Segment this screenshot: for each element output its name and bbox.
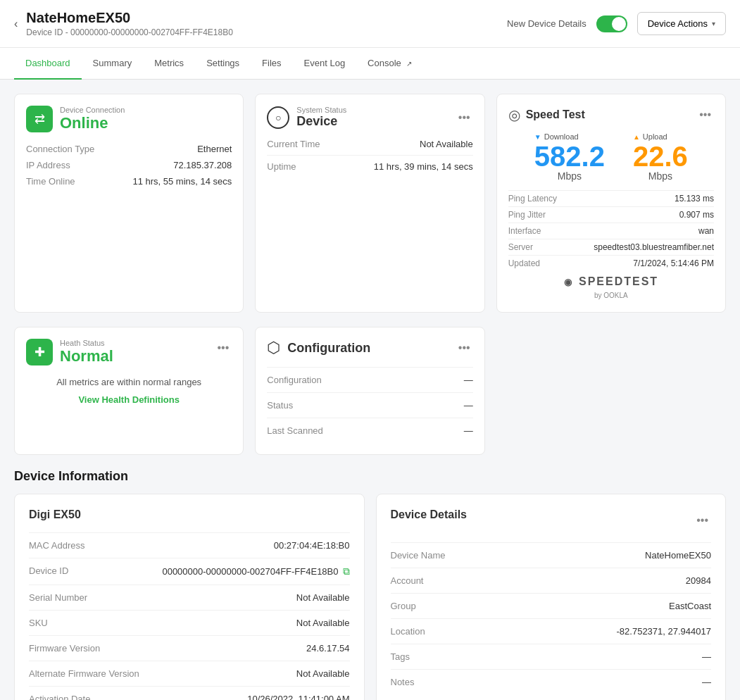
server-row: Server speedtest03.bluestreamfiber.net — [508, 239, 714, 252]
server-label: Server — [508, 242, 533, 252]
device-details-card: Device Details ••• Device Name NateHomeE… — [376, 494, 727, 700]
time-online-label: Time Online — [26, 176, 75, 187]
tags-field: Tags — — [391, 644, 712, 669]
conn-type-value: Ethernet — [197, 144, 232, 154]
view-health-definitions-link[interactable]: View Health Definitions — [26, 394, 232, 405]
device-information-title: Device Information — [14, 469, 726, 484]
conn-type-label: Connection Type — [26, 144, 94, 154]
sys-name: Device — [296, 114, 346, 129]
tab-event-log[interactable]: Event Log — [293, 48, 357, 80]
speedtest-ookla-text: by OOKLA — [594, 292, 628, 299]
activation-field: Activation Date 10/26/2022, 11:41:00 AM — [29, 686, 350, 700]
upload-arrow-icon: ▲ — [633, 133, 640, 141]
device-details-title: Device Details — [391, 508, 468, 521]
location-field: Location -82.752371, 27.944017 — [391, 618, 712, 644]
speed-title: Speed Test — [526, 108, 585, 121]
ping-jitter-label: Ping Jitter — [508, 210, 546, 220]
health-more-button[interactable]: ••• — [215, 339, 232, 357]
config-configuration-label: Configuration — [267, 375, 321, 385]
sys-header: ○ System Status Device ••• — [267, 106, 472, 129]
device-name-value: NateHomeEX50 — [645, 550, 711, 561]
time-online-row: Time Online 11 hrs, 55 mins, 14 secs — [26, 176, 232, 187]
device-connection-card: ⇄ Device Connection Online Connection Ty… — [14, 94, 244, 313]
firmware-value: 24.6.17.54 — [306, 643, 349, 654]
upload-label: Upload — [643, 132, 667, 141]
activation-value: 10/26/2022, 11:41:00 AM — [247, 694, 349, 700]
tab-dashboard[interactable]: Dashboard — [14, 48, 82, 80]
config-icon: ⬡ — [267, 339, 280, 357]
download-arrow-icon: ▼ — [534, 133, 541, 141]
last-scanned-label: Last Scanned — [267, 425, 323, 436]
download-col: ▼ Download 582.2 Mbps — [534, 132, 605, 182]
device-id-field: Device ID 00000000-00000000-002704FF-FF4… — [29, 558, 350, 585]
download-label: Download — [544, 132, 579, 141]
device-actions-label: Device Actions — [648, 18, 708, 29]
ip-value: 72.185.37.208 — [173, 160, 232, 170]
sys-title-block: System Status Device — [296, 106, 346, 129]
device-info-row: Digi EX50 MAC Address 00:27:04:4E:18:B0 … — [14, 494, 726, 700]
interface-value: wan — [698, 226, 714, 236]
sys-label: System Status — [296, 106, 346, 114]
speed-more-button[interactable]: ••• — [696, 106, 714, 124]
device-id: Device ID - 00000000-00000000-002704FF-F… — [26, 27, 233, 37]
tab-files[interactable]: Files — [251, 48, 292, 80]
health-title-block: Heath Status Normal — [60, 339, 113, 365]
firmware-field: Firmware Version 24.6.17.54 — [29, 635, 350, 661]
account-label: Account — [391, 575, 424, 586]
top-cards-row: ⇄ Device Connection Online Connection Ty… — [14, 94, 726, 313]
conn-status: Online — [60, 114, 125, 132]
health-header: ✚ Heath Status Normal — [26, 339, 232, 365]
uptime-row: Uptime 11 hrs, 39 mins, 14 secs — [267, 155, 472, 172]
updated-label: Updated — [508, 258, 540, 268]
top-bar-right: New Device Details Device Actions ▾ — [507, 12, 726, 35]
device-actions-button[interactable]: Device Actions ▾ — [637, 12, 726, 35]
ping-latency-value: 15.133 ms — [675, 194, 714, 204]
external-link-icon: ↗ — [406, 60, 412, 68]
tab-metrics[interactable]: Metrics — [143, 48, 195, 80]
health-icon: ✚ — [26, 339, 53, 365]
uptime-label: Uptime — [267, 161, 296, 172]
config-title: Configuration — [287, 341, 370, 356]
config-status-value: — — [464, 400, 473, 411]
top-bar: ‹ NateHomeEX50 Device ID - 00000000-0000… — [0, 0, 740, 48]
tab-settings[interactable]: Settings — [195, 48, 251, 80]
copy-icon[interactable]: ⧉ — [343, 565, 350, 577]
ip-row: IP Address 72.185.37.208 — [26, 160, 232, 170]
server-value: speedtest03.bluestreamfiber.net — [594, 242, 714, 252]
device-name-label: Device Name — [391, 550, 446, 561]
system-icon: ○ — [267, 106, 289, 129]
main-content: ⇄ Device Connection Online Connection Ty… — [0, 80, 740, 700]
system-more-button[interactable]: ••• — [456, 108, 473, 127]
tags-value: — — [702, 651, 711, 662]
device-details-more-button[interactable]: ••• — [694, 511, 711, 530]
download-value: 582.2 — [534, 142, 605, 170]
back-button[interactable]: ‹ — [14, 18, 18, 30]
tab-summary[interactable]: Summary — [82, 48, 144, 80]
health-status-card: ✚ Heath Status Normal ••• All metrics ar… — [14, 327, 244, 455]
current-time-label: Current Time — [267, 139, 320, 149]
new-device-toggle[interactable] — [596, 15, 627, 32]
current-time-row: Current Time Not Available — [267, 139, 472, 149]
configuration-card: ⬡ Configuration ••• Configuration — Stat… — [255, 327, 484, 455]
alt-firmware-field: Alternate Firmware Version Not Available — [29, 661, 350, 686]
connection-icon: ⇄ — [26, 106, 53, 132]
config-more-button[interactable]: ••• — [456, 339, 473, 357]
ping-latency-row: Ping Latency 15.133 ms — [508, 190, 714, 204]
activation-label: Activation Date — [29, 694, 90, 700]
mac-label: MAC Address — [29, 540, 84, 551]
config-status-label: Status — [267, 400, 293, 411]
top-bar-left: ‹ NateHomeEX50 Device ID - 00000000-0000… — [14, 10, 233, 37]
account-value: 20984 — [686, 575, 711, 586]
sku-field: SKU Not Available — [29, 610, 350, 635]
ping-latency-label: Ping Latency — [508, 194, 557, 204]
device-id-value: 00000000-00000000-002704FF-FF4E18B0 ⧉ — [162, 565, 349, 577]
notes-field: Notes — — [391, 669, 712, 694]
upload-col: ▲ Upload 22.6 Mbps — [633, 132, 688, 182]
device-id-label: Device ID — [29, 565, 68, 577]
device-name-field: Device Name NateHomeEX50 — [391, 542, 712, 568]
speed-numbers: ▼ Download 582.2 Mbps ▲ Upload 22.6 Mbps — [508, 132, 714, 182]
sku-label: SKU — [29, 618, 48, 628]
conn-header: ⇄ Device Connection Online — [26, 106, 232, 132]
tab-console[interactable]: Console ↗ — [356, 48, 423, 80]
health-status-value: Normal — [60, 347, 113, 365]
